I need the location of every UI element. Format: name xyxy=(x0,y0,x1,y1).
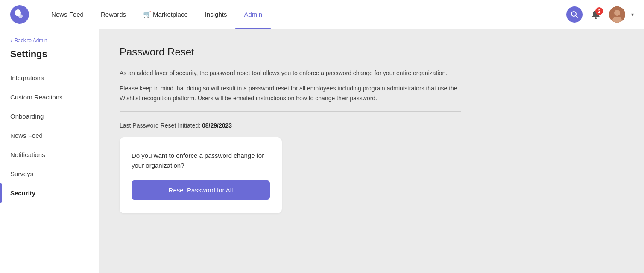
description-paragraph-2: Please keep in mind that doing so will r… xyxy=(120,84,461,103)
back-to-admin-link[interactable]: ‹ Back to Admin xyxy=(0,38,99,47)
sidebar-item-notifications[interactable]: Notifications xyxy=(0,145,99,164)
nav-link-admin[interactable]: Admin xyxy=(235,0,271,29)
reset-card: Do you want to enforce a password change… xyxy=(120,137,282,213)
svg-line-4 xyxy=(576,15,578,17)
notifications-button[interactable]: 2 xyxy=(588,6,604,23)
nav-link-marketplace[interactable]: 🛒 Marketplace xyxy=(135,0,196,29)
main-layout: ‹ Back to Admin Settings Integrations Cu… xyxy=(0,29,644,273)
sidebar-title: Settings xyxy=(0,47,99,68)
nav-right: 2 ▾ xyxy=(566,6,634,23)
section-divider xyxy=(120,111,461,112)
svg-point-5 xyxy=(595,17,597,19)
nav-links: News Feed Rewards 🛒 Marketplace Insights… xyxy=(43,0,566,29)
last-reset-label: Last Password Reset Initiated: xyxy=(120,122,200,129)
svg-point-7 xyxy=(614,10,620,16)
nav-link-rewards[interactable]: Rewards xyxy=(92,0,135,29)
reset-password-button[interactable]: Reset Password for All xyxy=(132,180,270,200)
main-content: Password Reset As an added layer of secu… xyxy=(99,29,644,273)
nav-link-insights[interactable]: Insights xyxy=(196,0,236,29)
last-reset-date: 08/29/2023 xyxy=(202,122,232,129)
notification-badge: 2 xyxy=(595,7,603,15)
top-navigation: News Feed Rewards 🛒 Marketplace Insights… xyxy=(0,0,644,29)
svg-point-2 xyxy=(18,14,23,18)
search-button[interactable] xyxy=(566,6,583,23)
page-title: Password Reset xyxy=(120,46,624,58)
reset-card-question: Do you want to enforce a password change… xyxy=(132,151,270,170)
cart-icon: 🛒 xyxy=(143,11,151,18)
back-link-label: Back to Admin xyxy=(15,38,47,44)
avatar-image xyxy=(609,6,625,23)
sidebar-item-security[interactable]: Security xyxy=(0,183,99,203)
last-reset-info: Last Password Reset Initiated: 08/29/202… xyxy=(120,122,624,129)
description-paragraph-1: As an added layer of security, the passw… xyxy=(120,68,461,78)
sidebar-item-onboarding[interactable]: Onboarding xyxy=(0,107,99,126)
sidebar-item-news-feed[interactable]: News Feed xyxy=(0,126,99,145)
sidebar: ‹ Back to Admin Settings Integrations Cu… xyxy=(0,29,99,273)
back-arrow-icon: ‹ xyxy=(10,38,12,44)
sidebar-item-surveys[interactable]: Surveys xyxy=(0,164,99,183)
logo[interactable] xyxy=(10,5,29,24)
avatar-chevron-icon[interactable]: ▾ xyxy=(631,12,634,17)
nav-link-news-feed[interactable]: News Feed xyxy=(43,0,92,29)
sidebar-item-integrations[interactable]: Integrations xyxy=(0,68,99,87)
sidebar-item-custom-reactions[interactable]: Custom Reactions xyxy=(0,87,99,107)
user-avatar[interactable] xyxy=(609,6,625,23)
